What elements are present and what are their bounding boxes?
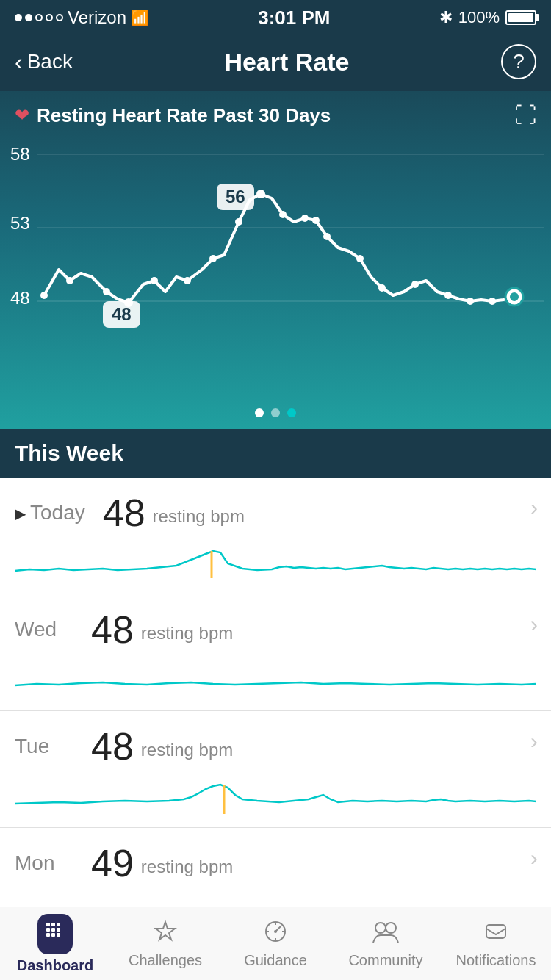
expand-button[interactable]: ⛶ [514, 103, 536, 128]
nav-item-challenges[interactable]: Challenges [110, 919, 220, 969]
signal-dot-1 [15, 14, 22, 21]
battery-fill [508, 13, 533, 22]
day-section-mon: Mon 49 resting bpm › [0, 828, 551, 893]
signal-dot-5 [56, 14, 63, 21]
svg-rect-31 [51, 928, 55, 932]
svg-point-44 [375, 923, 386, 933]
chart-tooltip-high: 56 [217, 184, 254, 210]
svg-rect-34 [51, 933, 55, 937]
signal-dots [15, 14, 63, 21]
svg-rect-33 [46, 933, 50, 937]
day-row-today[interactable]: ▶ Today 48 resting bpm › [0, 478, 551, 542]
sparkline-svg-tue [15, 779, 536, 819]
page-indicators [255, 408, 296, 417]
challenges-icon [153, 919, 178, 949]
day-row-mon[interactable]: Mon 49 resting bpm › [0, 828, 551, 893]
sparkline-today [0, 542, 551, 594]
dashboard-label: Dashboard [17, 957, 93, 974]
svg-point-19 [444, 292, 452, 299]
y-label-58: 58 [10, 144, 30, 165]
chart-svg-wrapper: 58 53 48 [0, 134, 551, 406]
svg-point-16 [356, 255, 364, 262]
svg-rect-46 [486, 925, 505, 938]
svg-point-45 [386, 923, 396, 933]
status-right: ✱ 100% [439, 8, 536, 27]
guidance-icon [263, 919, 288, 949]
header: ‹ Back Heart Rate ? [0, 32, 551, 91]
svg-point-7 [151, 277, 158, 284]
svg-point-15 [323, 233, 331, 240]
tooltip-high-value: 56 [226, 187, 245, 206]
back-label: Back [27, 50, 73, 73]
mon-unit: resting bpm [141, 857, 233, 877]
svg-rect-30 [46, 928, 50, 932]
signal-dot-4 [46, 14, 53, 21]
nav-item-notifications[interactable]: Notifications [441, 919, 551, 969]
nav-item-community[interactable]: Community [331, 919, 441, 969]
today-unit: resting bpm [153, 506, 245, 527]
community-label: Community [348, 952, 422, 969]
status-bar: Verizon 📶 3:01 PM ✱ 100% [0, 0, 551, 32]
page-dot-3 [287, 408, 296, 417]
help-button[interactable]: ? [501, 44, 536, 79]
this-week-header: This Week [0, 429, 551, 478]
svg-rect-27 [46, 923, 50, 926]
dashboard-icon [37, 914, 73, 954]
y-label-48: 48 [10, 288, 30, 309]
wed-unit: resting bpm [141, 623, 233, 644]
chart-tooltip-low: 48 [103, 301, 140, 328]
today-bpm: 48 [103, 491, 145, 535]
svg-point-18 [411, 281, 419, 288]
tue-bpm: 48 [91, 724, 134, 768]
svg-point-11 [256, 190, 265, 198]
svg-rect-28 [51, 923, 55, 926]
nav-item-guidance[interactable]: Guidance [220, 919, 331, 969]
chevron-right-icon: › [530, 495, 538, 520]
svg-point-20 [467, 298, 474, 305]
wed-label: Wed [15, 618, 73, 641]
heart-icon: ❤ [15, 105, 29, 126]
chart-title: Resting Heart Rate Past 30 Days [37, 104, 331, 127]
signal-dot-2 [25, 14, 32, 21]
page-dot-2 [271, 408, 280, 417]
svg-point-21 [489, 298, 496, 305]
svg-point-14 [312, 217, 320, 224]
notifications-label: Notifications [456, 952, 536, 969]
bottom-nav: Dashboard Challenges Guidance [0, 907, 551, 980]
svg-rect-29 [57, 923, 60, 926]
wifi-icon: 📶 [131, 9, 149, 26]
nav-item-dashboard[interactable]: Dashboard [0, 914, 110, 974]
chevron-right-icon-tue: › [530, 729, 538, 754]
sparkline-svg-today [15, 545, 536, 586]
svg-point-17 [378, 284, 386, 292]
svg-point-3 [40, 292, 48, 299]
chart-header: ❤ Resting Heart Rate Past 30 Days ⛶ [0, 91, 551, 134]
this-week-label: This Week [15, 441, 123, 465]
sparkline-tue [0, 776, 551, 827]
y-label-53: 53 [10, 213, 30, 234]
tue-unit: resting bpm [141, 740, 233, 760]
day-section-tue: Tue 48 resting bpm › [0, 711, 551, 828]
battery-icon [505, 10, 536, 25]
back-button[interactable]: ‹ Back [15, 48, 73, 76]
carrier-label: Verizon [68, 7, 126, 28]
today-label: Today [30, 501, 85, 525]
svg-point-23 [510, 292, 519, 301]
svg-rect-35 [57, 933, 60, 937]
tue-label: Tue [15, 735, 73, 758]
svg-line-43 [276, 926, 281, 932]
svg-marker-36 [156, 922, 175, 940]
challenges-label: Challenges [129, 952, 202, 969]
heart-rate-chart: ❤ Resting Heart Rate Past 30 Days ⛶ 58 5… [0, 91, 551, 429]
svg-point-10 [235, 218, 242, 226]
svg-point-13 [301, 215, 309, 222]
svg-point-8 [184, 277, 191, 284]
chevron-right-icon-mon: › [530, 846, 538, 871]
mon-label: Mon [15, 851, 73, 875]
day-row-tue[interactable]: Tue 48 resting bpm › [0, 711, 551, 776]
day-row-wed[interactable]: Wed 48 resting bpm › [0, 594, 551, 659]
battery-label: 100% [458, 8, 500, 27]
notifications-icon [483, 919, 508, 949]
battery-tip [536, 14, 539, 21]
svg-point-9 [209, 255, 217, 262]
